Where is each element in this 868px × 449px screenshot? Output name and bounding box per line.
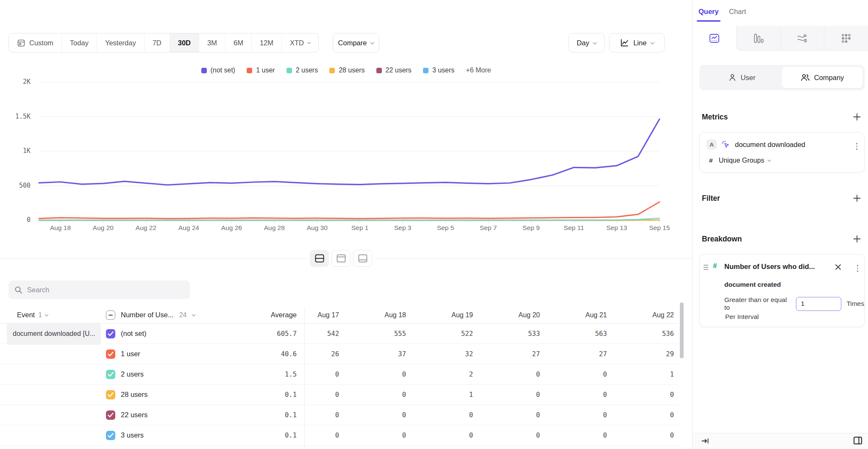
add-metric-button[interactable] — [851, 111, 863, 123]
series-column-header[interactable]: Number of Use... 24 — [102, 310, 237, 320]
cell-value: 536 — [632, 330, 678, 338]
layout-chart-only-button[interactable] — [331, 250, 351, 267]
x-axis-tick-label: Sep 9 — [523, 224, 540, 232]
tab-flow-chart-icon[interactable] — [780, 26, 824, 51]
metrics-section-title: Metrics — [702, 113, 728, 122]
drag-handle-icon[interactable] — [704, 265, 708, 270]
cell-value: 32 — [431, 350, 498, 358]
series-checkbox[interactable] — [106, 370, 115, 379]
series-cell: 28 users — [102, 390, 237, 399]
condition-unit-label: Times — [846, 300, 864, 308]
tab-chart[interactable]: Chart — [729, 8, 746, 16]
tab-query[interactable]: Query — [698, 8, 719, 16]
cell-value: 0 — [297, 432, 364, 439]
close-icon[interactable] — [834, 263, 842, 271]
x-axis-tick-label: Aug 22 — [136, 224, 156, 232]
cell-value: 0 — [632, 391, 678, 399]
toggle-company-label: Company — [814, 74, 844, 82]
chevron-down-icon — [192, 313, 195, 316]
x-axis-tick-label: Aug 24 — [178, 224, 199, 232]
toggle-user[interactable]: User — [701, 67, 782, 88]
series-label: (not set) — [121, 330, 147, 338]
tab-line-chart-icon[interactable] — [693, 26, 736, 51]
y-axis-tick-label: 1.5K — [6, 113, 31, 120]
breakdown-title[interactable]: Number of Users who did... — [724, 263, 815, 271]
table-column-divider — [304, 307, 305, 449]
x-axis-tick-label: Sep 5 — [437, 224, 454, 232]
event-column-header[interactable]: Event 1 — [0, 311, 102, 319]
toggle-company[interactable]: Company — [782, 67, 862, 88]
panel-footer — [693, 433, 868, 449]
add-breakdown-button[interactable] — [851, 233, 863, 245]
metric-menu-kebab[interactable] — [854, 141, 860, 152]
series-label: 3 users — [121, 431, 144, 439]
add-filter-button[interactable] — [851, 192, 863, 204]
table-scrollbar[interactable] — [680, 302, 684, 358]
filter-section-title: Filter — [702, 194, 720, 203]
series-checkbox[interactable] — [106, 390, 115, 399]
collapse-panel-icon[interactable] — [701, 437, 709, 445]
average-column-header[interactable]: Average — [237, 311, 297, 319]
series-cell: 22 users — [102, 410, 237, 420]
per-interval-label[interactable]: Per Interval — [725, 313, 759, 321]
search-icon — [14, 286, 22, 294]
line-chart — [0, 0, 692, 237]
breakdown-table: Event 1 Number of Use... 24 Average Aug … — [0, 307, 678, 449]
cell-value: 0 — [431, 432, 498, 439]
cell-value: 0 — [297, 391, 364, 399]
x-axis-tick-label: Sep 1 — [351, 224, 369, 232]
cell-value: 1 — [632, 371, 678, 378]
measure-dropdown[interactable]: Unique Groups — [719, 157, 771, 164]
date-column-header[interactable]: Aug 20 — [498, 311, 565, 319]
tab-bar-chart-icon[interactable] — [736, 26, 780, 51]
table-row: 1 user40.6263732272729 — [0, 344, 678, 364]
event-list-item[interactable]: document downloaded [U... — [7, 323, 101, 345]
condition-value-input[interactable] — [796, 297, 841, 311]
series-header-label: Number of Use... — [121, 311, 174, 319]
cell-value: 27 — [498, 350, 565, 358]
cell-value: 0 — [498, 411, 565, 419]
layout-split-button[interactable] — [310, 250, 329, 267]
layout-table-only-button[interactable] — [353, 250, 372, 267]
metric-card[interactable]: A document downloaded # Unique Groups — [699, 132, 865, 172]
date-column-header[interactable]: Aug 18 — [364, 311, 431, 319]
search-input[interactable] — [27, 286, 184, 294]
cell-value: 563 — [565, 330, 632, 338]
cell-value: 0 — [364, 391, 431, 399]
date-column-header[interactable]: Aug 19 — [431, 311, 498, 319]
breakdown-menu-kebab[interactable] — [855, 263, 860, 274]
x-axis-tick-label: Sep 7 — [480, 224, 497, 232]
cell-value: 0 — [498, 432, 565, 439]
x-axis-tick-label: Sep 3 — [394, 224, 412, 232]
series-checkbox[interactable] — [106, 329, 115, 338]
cell-value: 542 — [297, 330, 364, 338]
select-all-checkbox[interactable] — [106, 310, 115, 320]
table-row: document downloaded [U... (not set)605.7… — [0, 324, 678, 344]
condition-label: Greater than or equal to — [724, 296, 791, 311]
date-column-header[interactable]: Aug 21 — [565, 311, 632, 319]
series-checkbox[interactable] — [106, 349, 115, 359]
cell-value: 1 — [431, 391, 498, 399]
measure-type-prefix: # — [709, 157, 713, 164]
table-body: document downloaded [U... (not set)605.7… — [0, 324, 678, 446]
toggle-side-panel-icon[interactable] — [853, 435, 863, 446]
series-checkbox[interactable] — [106, 410, 115, 420]
breakdown-section-title: Breakdown — [702, 235, 742, 244]
group-type-toggle: User Company — [699, 65, 865, 90]
event-header-label: Event — [17, 311, 35, 319]
breakdown-event-name[interactable]: document created — [724, 281, 781, 288]
cell-value: 2 — [431, 371, 498, 378]
metric-event-name[interactable]: document downloaded — [735, 141, 805, 149]
cell-value: 533 — [498, 330, 565, 338]
date-column-header[interactable]: Aug 17 — [297, 311, 364, 319]
date-column-header[interactable]: Aug 22 — [632, 311, 678, 319]
query-panel: Query Chart — [692, 0, 868, 449]
tab-scatter-grid-icon[interactable] — [824, 26, 868, 51]
cell-value: 0 — [498, 371, 565, 378]
y-axis-tick-label: 500 — [6, 182, 31, 189]
x-axis-tick-label: Aug 18 — [50, 224, 71, 232]
cell-value: 0 — [632, 411, 678, 419]
series-checkbox[interactable] — [106, 431, 115, 440]
table-row: 3 users0.1000000 — [0, 425, 678, 446]
series-line-1-user — [39, 202, 659, 219]
